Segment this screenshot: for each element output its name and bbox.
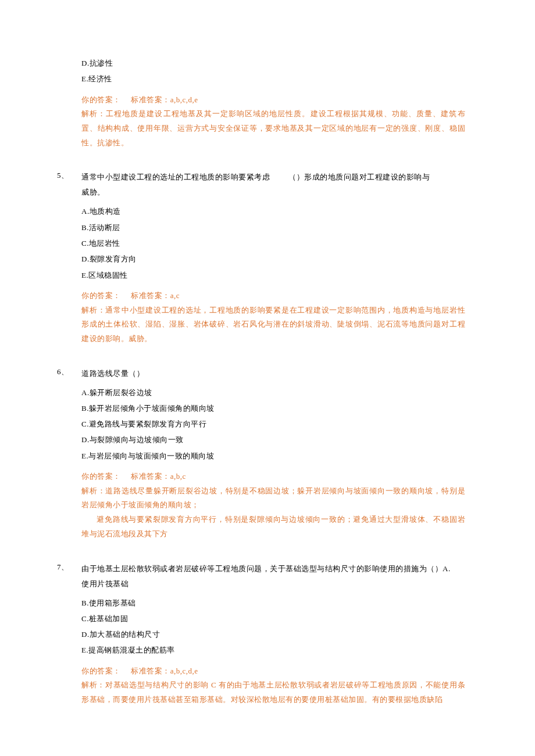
- q5-option-e: E.区域稳固性: [81, 267, 465, 283]
- your-answer-label: 你的答案：: [81, 664, 121, 679]
- q6-answer-row: 你的答案： 标准答案：a,b,c: [81, 470, 465, 484]
- q5-option-a: A.地质构造: [81, 203, 465, 219]
- question-6: 6、 道路选线尽量（） A.躲开断层裂谷边坡 B.躲开岩层倾角小于坡面倾角的顺向…: [81, 366, 465, 542]
- q7-answer-row: 你的答案： 标准答案：a,b,c,d,e: [81, 664, 465, 679]
- q6-explanation: 解析：道路选线尽量躲开断层裂谷边坡，特别是不稳固边坡；躲开岩层倾向与坡面倾向一致…: [81, 484, 465, 542]
- q7-number: 7、: [57, 561, 74, 573]
- std-answer-label: 标准答案：: [131, 289, 170, 303]
- std-answer-value: a,b,c: [170, 472, 186, 481]
- q7-option-d: D.加大基础的结构尺寸: [81, 626, 465, 642]
- std-answer-value: a,b,c,d,e: [170, 667, 198, 675]
- explanation-label: 解析：: [81, 306, 105, 314]
- q6-option-b: B.躲开岩层倾角小于坡面倾角的顺向坡: [81, 400, 465, 416]
- q7-option-b: B.使用箱形基础: [81, 595, 465, 611]
- q4-answer-row: 你的答案： 标准答案：a,b,c,d,e: [81, 93, 465, 108]
- std-answer-label: 标准答案：: [131, 664, 170, 679]
- q6-option-a: A.躲开断层裂谷边坡: [81, 385, 465, 400]
- std-answer-value: a,b,c,d,e: [170, 95, 198, 104]
- your-answer-label: 你的答案：: [81, 93, 121, 108]
- q5-option-d: D.裂隙发育方向: [81, 251, 465, 267]
- q4-explanation: 解析：工程地质是建设工程地基及其一定影响区域的地层性质。建设工程根据其规模、功能…: [81, 107, 465, 150]
- q7-explanation: 解析：对基础选型与结构尺寸的影响 C 有的由于地基土层松散软弱或者岩层破碎等工程…: [81, 678, 465, 707]
- q6-option-d: D.与裂隙倾向与边坡倾向一致: [81, 432, 465, 447]
- question-7: 7、 由于地基土层松散软弱或者岩层破碎等工程地质问题，关于基础选型与结构尺寸的影…: [81, 561, 465, 707]
- q7-option-c: C.桩基础加固: [81, 611, 465, 626]
- q5-answer-row: 你的答案： 标准答案：a,c: [81, 289, 465, 303]
- q5-stem: 通常中小型建设工程的选址的工程地质的影响要紧考虑（）形成的地质问题对工程建设的影…: [81, 170, 465, 200]
- q5-explanation: 解析：通常中小型建设工程的选址，工程地质的影响要紧是在工程建设一定影响范围内，地…: [81, 303, 465, 346]
- explanation-label: 解析：: [81, 680, 105, 689]
- q7-stem: 由于地基土层松散软弱或者岩层破碎等工程地质问题，关于基础选型与结构尺寸的影响使用…: [81, 561, 465, 592]
- std-answer-label: 标准答案：: [131, 93, 170, 108]
- your-answer-label: 你的答案：: [81, 289, 121, 303]
- your-answer-label: 你的答案：: [81, 470, 121, 484]
- q6-number: 6、: [57, 366, 74, 378]
- explanation-label: 解析：: [81, 486, 105, 495]
- q6-stem: 道路选线尽量（）: [81, 366, 465, 381]
- q7-option-e: E.提高钢筋混凝土的配筋率: [81, 642, 465, 658]
- q4-option-d: D.抗渗性: [81, 55, 465, 71]
- question-5: 5、 通常中小型建设工程的选址的工程地质的影响要紧考虑（）形成的地质问题对工程建…: [81, 170, 465, 346]
- explanation-label: 解析：: [81, 109, 106, 118]
- q4-option-e: E.经济性: [81, 71, 465, 87]
- q5-option-c: C.地层岩性: [81, 235, 465, 251]
- q6-option-c: C.避免路线与要紧裂隙发育方向平行: [81, 416, 465, 432]
- q6-option-e: E.与岩层倾向与坡面倾向一致的顺向坡: [81, 448, 465, 464]
- std-answer-label: 标准答案：: [131, 470, 170, 484]
- q5-option-b: B.活动断层: [81, 220, 465, 235]
- std-answer-value: a,c: [170, 291, 180, 300]
- q5-number: 5、: [57, 170, 74, 181]
